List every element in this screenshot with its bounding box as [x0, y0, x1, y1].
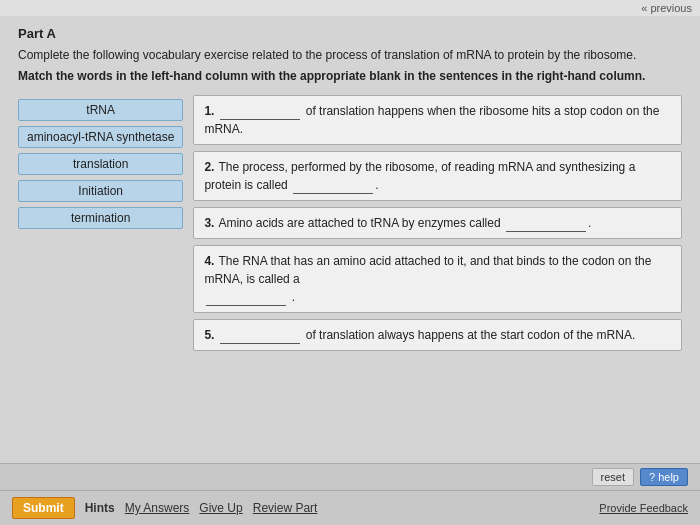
word-item-termination[interactable]: termination [18, 207, 183, 229]
word-item-translation[interactable]: translation [18, 153, 183, 175]
part-label: Part A [18, 26, 682, 41]
submit-button[interactable]: Submit [12, 497, 75, 519]
blank-3[interactable] [506, 231, 586, 232]
sentence-3-period: . [588, 216, 591, 230]
word-item-initiation[interactable]: Initiation [18, 180, 183, 202]
sentence-1: 1. of translation happens when the ribos… [193, 95, 682, 145]
sentence-5-number: 5. [204, 328, 214, 342]
bottom-right: Provide Feedback [599, 502, 688, 514]
bottom-left: Submit Hints My Answers Give Up Review P… [12, 497, 317, 519]
sentence-1-number: 1. [204, 104, 214, 118]
sentence-4-text-before: The RNA that has an amino acid attached … [204, 254, 651, 286]
sentence-1-text: of translation happens when the ribosome… [204, 104, 659, 136]
top-navigation: « previous [0, 0, 700, 16]
sentence-5: 5. of translation always happens at the … [193, 319, 682, 351]
instructions-line1: Complete the following vocabulary exerci… [18, 47, 682, 64]
main-content: Part A Complete the following vocabulary… [0, 16, 700, 463]
blank-5[interactable] [220, 343, 300, 344]
blank-1[interactable] [220, 119, 300, 120]
sentence-3-number: 3. [204, 216, 214, 230]
instructions-line2: Match the words in the left-hand column … [18, 68, 682, 85]
previous-link[interactable]: « previous [641, 2, 692, 14]
sentence-2-period: . [375, 178, 378, 192]
sentence-2-number: 2. [204, 160, 214, 174]
sentence-2: 2.The process, performed by the ribosome… [193, 151, 682, 201]
word-item-aminoacyl[interactable]: aminoacyl-tRNA synthetase [18, 126, 183, 148]
hints-link[interactable]: Hints [85, 501, 115, 515]
bottom-bar: Submit Hints My Answers Give Up Review P… [0, 490, 700, 525]
blank-4[interactable] [206, 305, 286, 306]
exercise-area: tRNA aminoacyl-tRNA synthetase translati… [18, 95, 682, 457]
word-item-tRNA[interactable]: tRNA [18, 99, 183, 121]
help-button[interactable]: ? help [640, 468, 688, 486]
sentence-4: 4.The RNA that has an amino acid attache… [193, 245, 682, 313]
blank-2[interactable] [293, 193, 373, 194]
word-column: tRNA aminoacyl-tRNA synthetase translati… [18, 95, 183, 457]
review-link[interactable]: Review Part [253, 501, 318, 515]
sentence-4-period: . [288, 290, 295, 304]
reset-button[interactable]: reset [592, 468, 634, 486]
give-up-link[interactable]: Give Up [199, 501, 242, 515]
feedback-link[interactable]: Provide Feedback [599, 502, 688, 514]
sentence-3: 3.Amino acids are attached to tRNA by en… [193, 207, 682, 239]
sentence-2-text-before: The process, performed by the ribosome, … [204, 160, 635, 192]
sentence-3-text-before: Amino acids are attached to tRNA by enzy… [218, 216, 503, 230]
sentence-4-number: 4. [204, 254, 214, 268]
my-answers-link[interactable]: My Answers [125, 501, 190, 515]
sentence-5-text: of translation always happens at the sta… [302, 328, 635, 342]
tool-bar: reset ? help [0, 463, 700, 490]
sentences-column: 1. of translation happens when the ribos… [193, 95, 682, 457]
